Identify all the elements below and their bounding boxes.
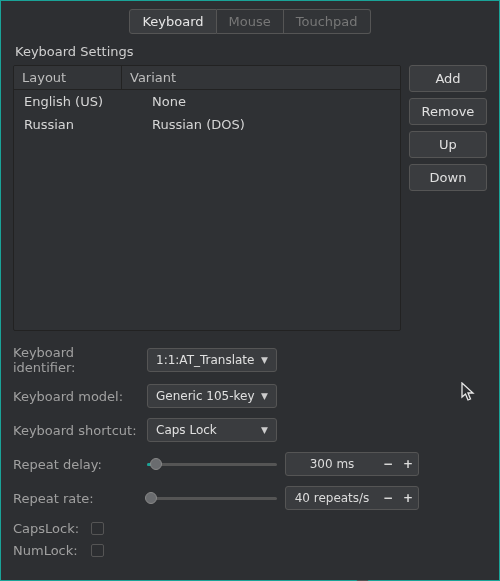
chevron-down-icon: ▼: [261, 355, 268, 365]
plus-icon[interactable]: +: [398, 457, 418, 471]
plus-icon[interactable]: +: [398, 491, 418, 505]
shortcut-label: Keyboard shortcut:: [13, 423, 139, 438]
model-value: Generic 105-key: [156, 389, 255, 403]
identifier-dropdown[interactable]: 1:1:AT_Translate ▼: [147, 348, 277, 372]
layouts-table[interactable]: Layout Variant English (US) None Russian…: [13, 65, 401, 331]
capslock-checkbox[interactable]: [91, 522, 104, 535]
layout-actions: Add Remove Up Down: [409, 65, 487, 331]
model-label: Keyboard model:: [13, 389, 139, 404]
tab-bar: Keyboard Mouse Touchpad: [1, 1, 499, 40]
cell-layout: Russian: [14, 113, 122, 136]
repeat-rate-stepper[interactable]: 40 repeats/s − +: [285, 486, 419, 510]
shortcut-dropdown[interactable]: Caps Lock ▼: [147, 418, 277, 442]
tab-keyboard[interactable]: Keyboard: [129, 9, 216, 34]
minus-icon[interactable]: −: [378, 491, 398, 505]
up-button[interactable]: Up: [409, 131, 487, 158]
cell-variant: None: [122, 90, 400, 113]
tab-mouse[interactable]: Mouse: [217, 9, 284, 34]
shortcut-value: Caps Lock: [156, 423, 217, 437]
tab-touchpad[interactable]: Touchpad: [284, 9, 371, 34]
repeat-rate-label: Repeat rate:: [13, 491, 139, 506]
chevron-down-icon: ▼: [261, 391, 268, 401]
repeat-delay-slider[interactable]: [147, 456, 277, 472]
repeat-delay-stepper[interactable]: 300 ms − +: [285, 452, 419, 476]
chevron-down-icon: ▼: [261, 425, 268, 435]
identifier-label: Keyboard identifier:: [13, 345, 139, 375]
column-header-layout[interactable]: Layout: [14, 66, 122, 89]
numlock-checkbox[interactable]: [91, 544, 104, 557]
repeat-delay-label: Repeat delay:: [13, 457, 139, 472]
add-button[interactable]: Add: [409, 65, 487, 92]
model-dropdown[interactable]: Generic 105-key ▼: [147, 384, 277, 408]
slider-thumb[interactable]: [150, 458, 162, 470]
repeat-delay-value: 300 ms: [286, 457, 378, 471]
table-row[interactable]: English (US) None: [14, 90, 400, 113]
slider-thumb[interactable]: [145, 492, 157, 504]
column-header-variant[interactable]: Variant: [122, 66, 400, 89]
table-header: Layout Variant: [14, 66, 400, 90]
repeat-rate-value: 40 repeats/s: [286, 491, 378, 505]
identifier-value: 1:1:AT_Translate: [156, 353, 254, 367]
cell-layout: English (US): [14, 90, 122, 113]
table-row[interactable]: Russian Russian (DOS): [14, 113, 400, 136]
numlock-label: NumLock:: [13, 543, 83, 558]
cell-variant: Russian (DOS): [122, 113, 400, 136]
remove-button[interactable]: Remove: [409, 98, 487, 125]
section-title: Keyboard Settings: [1, 40, 499, 65]
repeat-rate-slider[interactable]: [147, 490, 277, 506]
capslock-label: CapsLock:: [13, 521, 83, 536]
down-button[interactable]: Down: [409, 164, 487, 191]
minus-icon[interactable]: −: [378, 457, 398, 471]
